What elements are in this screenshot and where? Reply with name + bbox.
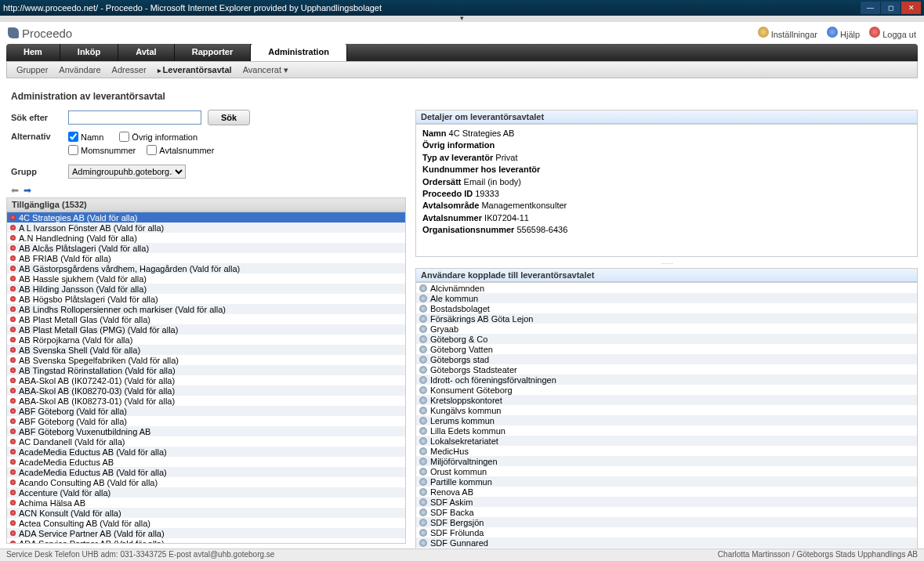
supplier-row[interactable]: ADA Service Partner AB (Vald för alla) xyxy=(7,528,405,538)
supplier-row[interactable]: A L Ivarsson Fönster AB (Vald för alla) xyxy=(7,223,405,233)
user-row[interactable]: Gryaab xyxy=(416,324,917,334)
minimize-button[interactable]: — xyxy=(860,2,880,14)
supplier-row[interactable]: AB Gästorpsgårdens vårdhem, Hagagården (… xyxy=(7,263,405,273)
user-row[interactable]: MedicHus xyxy=(416,446,917,456)
supplier-row[interactable]: AB FRIAB (Vald för alla) xyxy=(7,253,405,263)
user-icon xyxy=(419,529,427,537)
status-dot-icon xyxy=(10,327,16,332)
supplier-row[interactable]: Acando Consulting AB (Vald för alla) xyxy=(7,477,405,487)
supplier-row[interactable]: AC Dandanell (Vald för alla) xyxy=(7,436,405,447)
supplier-row[interactable]: AB Alcås Plåtslageri (Vald för alla) xyxy=(7,243,405,253)
tab-rapporter[interactable]: Rapporter xyxy=(175,44,252,61)
user-icon xyxy=(419,468,427,476)
user-row[interactable]: SDF Askim xyxy=(416,497,917,507)
user-row[interactable]: Renova AB xyxy=(416,487,917,497)
user-row[interactable]: SDF Gunnared xyxy=(416,537,917,548)
user-row[interactable]: SDF Backa xyxy=(416,507,917,517)
supplier-row[interactable]: AB Plast Metall Glas (Vald för alla) xyxy=(7,314,405,324)
maximize-button[interactable]: ◻ xyxy=(880,2,900,14)
supplier-row[interactable]: AcadeMedia Eductus AB (Vald för alla) xyxy=(7,447,405,457)
user-row[interactable]: Göteborg & Co xyxy=(416,334,917,344)
user-row[interactable]: Kungälvs kommun xyxy=(416,405,917,415)
group-select[interactable]: Admingroupuhb.goteborg.se xyxy=(68,165,186,179)
user-row[interactable]: Lokalsekretariatet xyxy=(416,436,917,446)
user-row[interactable]: Orust kommun xyxy=(416,466,917,476)
tab-administration[interactable]: Administration xyxy=(251,44,347,61)
supplier-row[interactable]: AB Tingstad Rörinstallation (Vald för al… xyxy=(7,365,405,375)
supplier-row[interactable]: ABF Göteborg Vuxenutbildning AB xyxy=(7,426,405,436)
supplier-row[interactable]: Accenture (Vald för alla) xyxy=(7,487,405,498)
tab-hem[interactable]: Hem xyxy=(6,44,60,61)
next-arrow-icon[interactable]: ➡ xyxy=(24,185,31,196)
subnav-2[interactable]: Adresser xyxy=(112,65,147,74)
supplier-row[interactable]: Achima Hälsa AB xyxy=(7,498,405,508)
supplier-row[interactable]: ACN Konsult (Vald för alla) xyxy=(7,508,405,518)
subnav-4[interactable]: Avancerat ▾ xyxy=(243,65,288,75)
user-row[interactable]: SDF Frölunda xyxy=(416,527,917,537)
status-dot-icon xyxy=(10,520,16,526)
user-icon xyxy=(419,284,427,292)
close-button[interactable]: ✕ xyxy=(900,2,921,14)
tab-inköp[interactable]: Inköp xyxy=(60,44,118,61)
subnav-1[interactable]: Användare xyxy=(59,65,100,74)
user-row[interactable]: Göteborgs Stadsteater xyxy=(416,364,917,375)
checkbox-avtal[interactable]: Avtalsnummer xyxy=(147,145,214,155)
user-row[interactable]: Lilla Edets kommun xyxy=(416,425,917,436)
supplier-row[interactable]: AB Hassle sjukhem (Vald för alla) xyxy=(7,273,405,284)
supplier-row[interactable]: AB Plast Metall Glas (PMG) (Vald för all… xyxy=(7,324,405,335)
user-row[interactable]: Alcivnämnden xyxy=(416,283,917,293)
tab-avtal[interactable]: Avtal xyxy=(118,44,175,61)
status-dot-icon xyxy=(10,408,16,414)
subnav-3[interactable]: Leverantörsavtal xyxy=(158,65,232,74)
supplier-row[interactable]: Actea Consulting AB (Vald för alla) xyxy=(7,518,405,528)
user-row[interactable]: Idrott- och föreningsförvaltningen xyxy=(416,375,917,385)
user-row[interactable]: Konsument Göteborg xyxy=(416,385,917,395)
supplier-row[interactable]: ABF Göteborg (Vald för alla) xyxy=(7,416,405,426)
supplier-row[interactable]: ABA-Skol AB (IK07242-01) (Vald för alla) xyxy=(7,375,405,385)
group-label: Grupp xyxy=(11,167,62,176)
supplier-row[interactable]: AB Högsbo Plåtslageri (Vald för alla) xyxy=(7,294,405,304)
checkbox-ovrig[interactable]: Övrig information xyxy=(119,132,197,142)
supplier-row[interactable]: AcadeMedia Eductus AB (Vald för alla) xyxy=(7,467,405,477)
toolbar-toggle[interactable]: ▾ xyxy=(0,16,924,22)
supplier-row[interactable]: ABA-Skol AB (IK08273-01) (Vald för alla) xyxy=(7,396,405,406)
user-row[interactable]: Ale kommun xyxy=(416,293,917,303)
user-icon xyxy=(419,427,427,435)
supplier-row[interactable]: ADA Service Partner AB (Vald för alla) xyxy=(7,538,405,544)
user-icon xyxy=(419,305,427,313)
supplier-row[interactable]: 4C Strategies AB (Vald för alla) xyxy=(7,212,405,223)
user-row[interactable]: SDF Bergsjön xyxy=(416,517,917,527)
window-buttons: — ◻ ✕ xyxy=(860,2,921,14)
settings-link[interactable]: Inställningar xyxy=(758,27,817,39)
supplier-row[interactable]: AB Svenska Shell (Vald för alla) xyxy=(7,345,405,355)
prev-arrow-icon[interactable]: ⬅ xyxy=(11,185,19,196)
supplier-row[interactable]: ABA-Skol AB (IK08270-03) (Vald för alla) xyxy=(7,385,405,396)
user-row[interactable]: Bostadsbolaget xyxy=(416,303,917,313)
supplier-row[interactable]: ABF Göteborg (Vald för alla) xyxy=(7,406,405,416)
user-row[interactable]: Göteborg Vatten xyxy=(416,344,917,354)
users-list[interactable]: AlcivnämndenAle kommunBostadsbolagetFörs… xyxy=(415,282,918,561)
user-row[interactable]: Lerums kommun xyxy=(416,415,917,425)
supplier-row[interactable]: AB Lindhs Rollopersienner och markiser (… xyxy=(7,304,405,314)
app-logo: Proceedo xyxy=(8,27,72,40)
supplier-row[interactable]: AcadeMedia Eductus AB xyxy=(7,457,405,467)
subnav-0[interactable]: Grupper xyxy=(16,65,48,74)
user-row[interactable]: Göteborgs stad xyxy=(416,354,917,364)
checkbox-moms[interactable]: Momsnummer xyxy=(68,145,136,155)
supplier-row[interactable]: A.N Handledning (Vald för alla) xyxy=(7,233,405,243)
supplier-row[interactable]: AB Rörpojkarna (Vald för alla) xyxy=(7,335,405,345)
user-row[interactable]: Försäkrings AB Göta Lejon xyxy=(416,313,917,324)
checkbox-namn[interactable]: Namn xyxy=(68,132,103,142)
search-input[interactable] xyxy=(68,110,201,125)
suppliers-list[interactable]: 4C Strategies AB (Vald för alla)A L Ivar… xyxy=(6,212,406,544)
supplier-row[interactable]: AB Hilding Jansson (Vald för alla) xyxy=(7,284,405,294)
logout-link[interactable]: Logga ut xyxy=(869,27,916,39)
supplier-row[interactable]: AB Svenska Spegelfabriken (Vald för alla… xyxy=(7,355,405,365)
help-link[interactable]: Hjälp xyxy=(827,27,860,39)
user-row[interactable]: Kretsloppskontoret xyxy=(416,395,917,405)
user-row[interactable]: Miljöförvaltningen xyxy=(416,456,917,466)
panel-splitter[interactable]: ⋯⋯ xyxy=(415,260,918,265)
status-dot-icon xyxy=(10,296,16,302)
user-row[interactable]: Partille kommun xyxy=(416,476,917,487)
search-button[interactable]: Sök xyxy=(208,110,250,125)
